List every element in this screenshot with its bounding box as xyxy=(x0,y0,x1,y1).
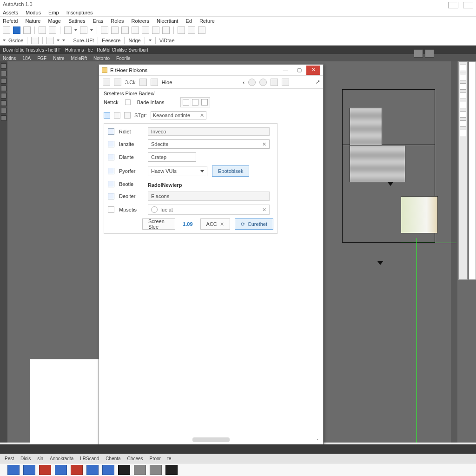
cat-r7[interactable]: Mpsetis xyxy=(119,207,143,212)
taskbar-app-icon[interactable] xyxy=(118,465,130,475)
vtool-icon[interactable] xyxy=(1,71,7,76)
cat-r2[interactable]: Ianzite xyxy=(119,141,143,147)
cat-r1[interactable]: Rdiet xyxy=(119,129,143,134)
tool-icon[interactable] xyxy=(49,26,56,34)
doc-icon[interactable] xyxy=(114,79,121,86)
tab-4[interactable]: MoieRft xyxy=(71,56,87,61)
tab-1[interactable]: 18A xyxy=(22,56,31,61)
menu2-5[interactable]: Roles xyxy=(111,18,124,24)
doc-icon[interactable] xyxy=(103,79,110,86)
tool-icon[interactable] xyxy=(101,26,108,34)
layout-icon[interactable] xyxy=(282,79,289,86)
taskbar-app-icon[interactable] xyxy=(165,465,178,475)
checkbox-icon[interactable] xyxy=(108,206,114,213)
cat-r6[interactable]: Deolter xyxy=(119,193,143,199)
menu2-2[interactable]: Mage xyxy=(48,18,61,24)
text-icon[interactable] xyxy=(139,79,147,86)
menu2-1[interactable]: Nature xyxy=(25,18,40,24)
sheet-8[interactable]: te xyxy=(167,456,171,461)
panel-drop[interactable] xyxy=(3,40,6,41)
tb-sureuft[interactable]: Sure-UFt xyxy=(73,38,94,43)
tool-icon[interactable] xyxy=(198,26,205,34)
vtool-icon[interactable] xyxy=(1,100,7,106)
maximize-button[interactable]: ▢ xyxy=(292,66,306,75)
menu-inscriptures[interactable]: Inscriptures xyxy=(66,10,93,15)
vtool-icon[interactable] xyxy=(1,78,7,84)
panel-drop[interactable] xyxy=(57,40,60,41)
rtool-icon[interactable] xyxy=(460,120,466,127)
vtool-icon[interactable] xyxy=(1,108,7,113)
tool-icon[interactable] xyxy=(13,26,20,34)
tool-icon[interactable] xyxy=(121,26,129,34)
menu2-7[interactable]: Niecrtiant xyxy=(157,18,178,24)
vtool-icon[interactable] xyxy=(1,86,7,91)
tab-3[interactable]: Natre xyxy=(53,56,64,61)
rtool-icon[interactable] xyxy=(460,102,466,108)
consider-button[interactable]: ⟳ Curethet xyxy=(235,218,273,230)
maximize-icon[interactable] xyxy=(463,2,473,8)
option-row[interactable]: Iuelat ✕ xyxy=(148,205,270,215)
arrow-icon[interactable] xyxy=(201,99,208,106)
taskbar-app-icon[interactable] xyxy=(7,465,20,475)
cat-r4[interactable]: Pyorfer xyxy=(119,168,143,174)
tool-icon[interactable] xyxy=(132,26,139,34)
tab-6[interactable]: Foorile xyxy=(116,56,131,61)
tool-icon[interactable] xyxy=(80,26,87,34)
vtool-icon[interactable] xyxy=(1,63,7,69)
tool-icon[interactable] xyxy=(64,26,72,34)
select-field[interactable]: Haow VUIs xyxy=(148,166,207,176)
sub-row-2[interactable]: Bade Infans xyxy=(137,99,165,105)
tool-icon[interactable] xyxy=(23,26,31,34)
sheet-3[interactable]: Anbokradta xyxy=(50,456,73,461)
expand-icon[interactable]: ↗ xyxy=(315,79,319,85)
vtool-icon[interactable] xyxy=(1,93,7,99)
menu-modus[interactable]: Modus xyxy=(26,10,41,15)
circle-icon[interactable] xyxy=(259,79,267,86)
screen-size-button[interactable]: Screen Slee xyxy=(142,218,175,230)
tool-icon[interactable] xyxy=(31,37,39,44)
rtool-icon[interactable] xyxy=(460,83,466,90)
tool-icon[interactable] xyxy=(178,26,185,34)
a-icon[interactable] xyxy=(151,79,158,86)
tb-vidtae[interactable]: ViDtae xyxy=(159,38,175,43)
view-icon[interactable] xyxy=(425,49,434,58)
sheet-4[interactable]: LRScand xyxy=(80,456,99,461)
panel-drop[interactable] xyxy=(62,40,65,41)
tool-icon[interactable] xyxy=(162,26,170,34)
cat-r3[interactable]: Diante xyxy=(119,154,143,160)
sub-row-1[interactable]: Netrck xyxy=(104,99,119,105)
arrow-icon[interactable] xyxy=(192,99,198,106)
radio-icon[interactable] xyxy=(151,206,158,213)
tab-2[interactable]: FGF xyxy=(37,56,46,61)
panel-drop[interactable] xyxy=(149,40,152,41)
rtool-icon[interactable] xyxy=(460,93,466,99)
view-icon[interactable] xyxy=(414,49,423,58)
dialog-scrollbar[interactable] xyxy=(192,437,230,442)
sheet-5[interactable]: Chenta xyxy=(106,456,120,461)
tool-icon[interactable] xyxy=(39,26,46,34)
sheet-0[interactable]: Pest xyxy=(5,456,14,461)
menu-emp[interactable]: Emp xyxy=(48,10,59,15)
chevron-left-icon[interactable]: ‹ xyxy=(243,79,245,85)
tb-ndge[interactable]: Ndge xyxy=(128,38,140,43)
grid-icon[interactable] xyxy=(271,79,278,86)
arrow-icon[interactable] xyxy=(183,99,189,106)
filter-tab-icon[interactable] xyxy=(124,112,131,119)
tool-icon[interactable] xyxy=(188,26,195,34)
clear-icon[interactable]: ✕ xyxy=(262,207,266,213)
filter-input[interactable]: Keaoand ontinte ✕ xyxy=(151,111,206,119)
minimize-button[interactable]: — xyxy=(278,66,292,75)
acc-button[interactable]: ACC✕ xyxy=(200,218,230,230)
taskbar-app-icon[interactable] xyxy=(150,465,162,475)
menu2-9[interactable]: Reture xyxy=(199,18,215,24)
sheet-1[interactable]: Diols xyxy=(20,456,31,461)
clear-icon[interactable]: ✕ xyxy=(200,112,204,119)
menu2-4[interactable]: Eras xyxy=(93,18,104,24)
tool-icon[interactable] xyxy=(152,26,159,34)
menu2-6[interactable]: Roteers xyxy=(131,18,149,24)
rtool-icon[interactable] xyxy=(460,65,466,71)
rtool-icon[interactable] xyxy=(460,74,466,80)
menu2-8[interactable]: Ed xyxy=(185,18,192,24)
filter-tab-icon[interactable] xyxy=(114,112,120,119)
tab-5[interactable]: Notonto xyxy=(93,56,110,61)
